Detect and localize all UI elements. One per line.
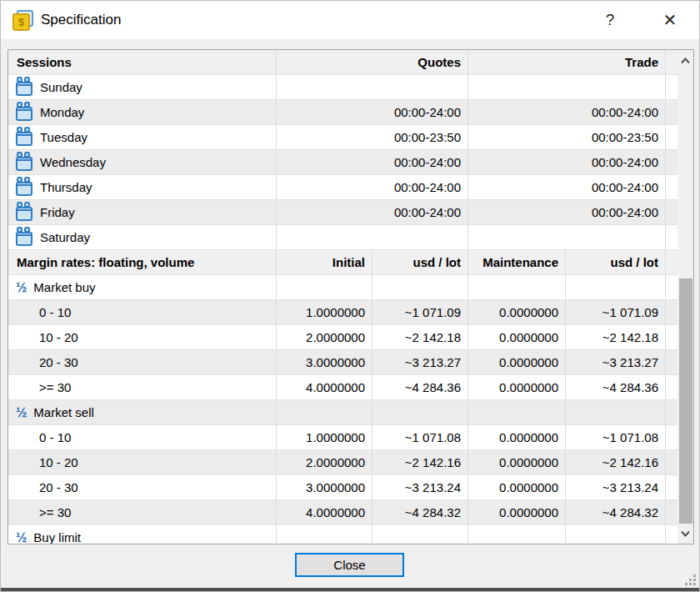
maintenance-cell: 0.0000000 xyxy=(468,350,566,374)
table-row-saturday[interactable]: Saturday xyxy=(8,225,678,250)
initial-usd-cell: ~4 284.32 xyxy=(372,500,468,524)
title-bar: $ Specification ? ✕ xyxy=(1,1,699,39)
scrollbar-thumb[interactable] xyxy=(679,278,692,524)
day-label: Wednesday xyxy=(40,155,106,169)
margin-header-row[interactable]: Margin rates: floating, volume Initial u… xyxy=(8,250,678,275)
close-icon[interactable]: ✕ xyxy=(651,1,689,39)
table-row[interactable]: 20 - 30 3.0000000 ~3 213.27 0.0000000 ~3… xyxy=(8,350,678,375)
dollar-coin-icon: $ xyxy=(12,10,33,31)
vertical-scrollbar[interactable] xyxy=(678,50,693,544)
initial-usd-cell: ~1 071.09 xyxy=(372,300,468,324)
calendar-icon xyxy=(16,232,32,246)
window-bottom-edge xyxy=(1,588,699,591)
table-row-wednesday[interactable]: Wednesday 00:00-24:00 00:00-24:00 xyxy=(8,150,678,175)
day-label: Tuesday xyxy=(40,130,88,144)
quotes-column-header: Quotes xyxy=(277,50,468,74)
day-label: Thursday xyxy=(40,180,92,194)
initial-usd-cell: ~3 213.24 xyxy=(372,475,468,499)
table-row[interactable]: >= 30 4.0000000 ~4 284.36 0.0000000 ~4 2… xyxy=(8,375,678,400)
group-row-buy-limit[interactable]: ½Buy limit xyxy=(8,525,678,544)
trade-cell: 00:00-24:00 xyxy=(468,150,666,174)
chevron-up-icon xyxy=(681,58,690,64)
maintenance-usd-cell: ~2 142.18 xyxy=(566,325,666,349)
table-row-friday[interactable]: Friday 00:00-24:00 00:00-24:00 xyxy=(8,200,678,225)
quotes-cell: 00:00-23:50 xyxy=(277,125,468,149)
specification-table: Sessions Quotes Trade Sunday Monday 00:0… xyxy=(8,49,694,544)
chevron-down-icon xyxy=(681,530,690,537)
quotes-cell xyxy=(277,225,468,249)
calendar-icon xyxy=(16,182,32,196)
range-label: >= 30 xyxy=(8,500,277,524)
table-row[interactable]: 20 - 30 3.0000000 ~3 213.24 0.0000000 ~3… xyxy=(8,475,678,500)
sessions-header-row[interactable]: Sessions Quotes Trade xyxy=(8,50,678,75)
trade-cell: 00:00-23:50 xyxy=(468,125,666,149)
maintenance-usd-cell: ~1 071.08 xyxy=(566,425,666,449)
table-row[interactable]: 10 - 20 2.0000000 ~2 142.18 0.0000000 ~2… xyxy=(8,325,678,350)
initial-cell: 3.0000000 xyxy=(277,350,372,374)
quotes-cell: 00:00-24:00 xyxy=(277,150,468,174)
sessions-header-label: Sessions xyxy=(8,50,277,74)
range-label: 20 - 30 xyxy=(8,350,277,374)
maintenance-usd-cell: ~4 284.32 xyxy=(566,500,666,524)
trade-cell: 00:00-24:00 xyxy=(468,175,666,199)
quotes-cell: 00:00-24:00 xyxy=(277,100,468,124)
calendar-icon xyxy=(16,157,32,171)
calendar-icon xyxy=(16,132,32,146)
table-row[interactable]: 10 - 20 2.0000000 ~2 142.16 0.0000000 ~2… xyxy=(8,450,678,475)
initial-cell: 4.0000000 xyxy=(277,375,372,399)
trade-column-header: Trade xyxy=(468,50,666,74)
initial-cell: 2.0000000 xyxy=(277,325,372,349)
calendar-icon xyxy=(16,207,32,221)
range-label: >= 30 xyxy=(8,375,277,399)
maintenance-column-header: Maintenance xyxy=(468,250,566,274)
table-row[interactable]: >= 30 4.0000000 ~4 284.32 0.0000000 ~4 2… xyxy=(8,500,678,525)
calendar-icon xyxy=(16,82,32,96)
table-row[interactable]: 0 - 10 1.0000000 ~1 071.08 0.0000000 ~1 … xyxy=(8,425,678,450)
table-row-thursday[interactable]: Thursday 00:00-24:00 00:00-24:00 xyxy=(8,175,678,200)
table-row-monday[interactable]: Monday 00:00-24:00 00:00-24:00 xyxy=(8,100,678,125)
initial-usd-cell: ~2 142.16 xyxy=(372,450,468,474)
scroll-down-button[interactable] xyxy=(678,523,693,544)
initial-usd-cell: ~2 142.18 xyxy=(372,325,468,349)
trade-cell xyxy=(468,75,666,99)
initial-cell: 1.0000000 xyxy=(277,425,372,449)
initial-usd-cell: ~4 284.36 xyxy=(372,375,468,399)
quotes-cell: 00:00-24:00 xyxy=(277,200,468,224)
help-button[interactable]: ? xyxy=(591,1,629,39)
maintenance-usd-cell: ~1 071.09 xyxy=(566,300,666,324)
day-label: Sunday xyxy=(40,80,82,94)
calendar-icon xyxy=(16,107,32,121)
maintenance-cell: 0.0000000 xyxy=(468,450,566,474)
maintenance-usd-column-header: usd / lot xyxy=(566,250,666,274)
table-rows: Sessions Quotes Trade Sunday Monday 00:0… xyxy=(8,50,678,544)
group-row-market-sell[interactable]: ½Market sell xyxy=(8,400,678,425)
initial-column-header: Initial xyxy=(277,250,372,274)
initial-cell: 2.0000000 xyxy=(277,450,372,474)
initial-cell: 4.0000000 xyxy=(277,500,372,524)
close-button[interactable]: Close xyxy=(295,553,404,577)
initial-cell: 1.0000000 xyxy=(277,300,372,324)
table-row-sunday[interactable]: Sunday xyxy=(8,75,678,100)
maintenance-usd-cell: ~3 213.24 xyxy=(566,475,666,499)
maintenance-cell: 0.0000000 xyxy=(468,500,566,524)
trade-cell xyxy=(468,225,666,249)
maintenance-usd-cell: ~4 284.36 xyxy=(566,375,666,399)
margin-header-label: Margin rates: floating, volume xyxy=(8,250,277,274)
specification-dialog: $ Specification ? ✕ Sessions Quotes Trad… xyxy=(0,0,700,592)
maintenance-cell: 0.0000000 xyxy=(468,375,566,399)
maintenance-usd-cell: ~2 142.16 xyxy=(566,450,666,474)
maintenance-usd-cell: ~3 213.27 xyxy=(566,350,666,374)
half-fraction-icon: ½ xyxy=(16,530,27,544)
window-title: Specification xyxy=(41,12,121,28)
range-label: 10 - 20 xyxy=(8,325,277,349)
group-row-market-buy[interactable]: ½Market buy xyxy=(8,275,678,300)
range-label: 10 - 20 xyxy=(8,450,277,474)
resize-grip[interactable] xyxy=(685,574,696,585)
group-label: Market sell xyxy=(33,405,94,419)
table-row[interactable]: 0 - 10 1.0000000 ~1 071.09 0.0000000 ~1 … xyxy=(8,300,678,325)
scroll-up-button[interactable] xyxy=(678,50,693,71)
range-label: 0 - 10 xyxy=(8,425,277,449)
day-label: Saturday xyxy=(40,230,90,244)
maintenance-cell: 0.0000000 xyxy=(468,475,566,499)
table-row-tuesday[interactable]: Tuesday 00:00-23:50 00:00-23:50 xyxy=(8,125,678,150)
